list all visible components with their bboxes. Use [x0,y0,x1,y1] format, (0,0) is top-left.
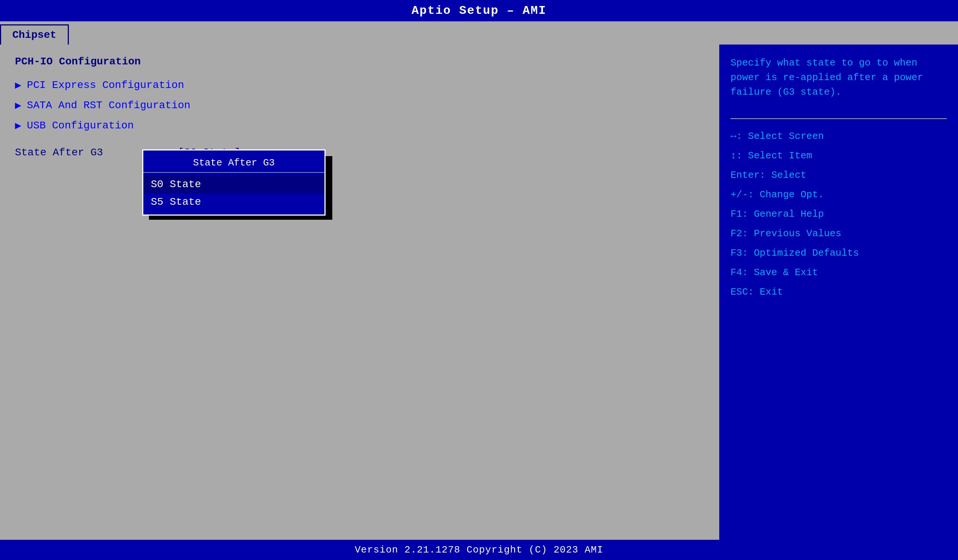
key-enter: Enter: Select [731,165,947,185]
footer: Version 2.21.1278 Copyright (C) 2023 AMI [0,540,958,560]
dropdown-item-s5[interactable]: S5 State [143,193,324,211]
arrow-icon: ▶ [15,99,21,111]
setting-row: State After G3 [S0 State] [15,147,704,158]
menu-item-pci-express[interactable]: ▶ PCI Express Configuration [15,79,704,91]
dropdown-title: State After G3 [143,154,324,173]
tab-chipset[interactable]: Chipset [0,24,69,44]
key-help: ↔: Select Screen ↕: Select Item Enter: S… [731,127,947,302]
arrow-icon: ▶ [15,79,21,91]
setting-label: State After G3 [15,147,103,158]
key-f2: F2: Previous Values [731,224,947,243]
footer-label: Version 2.21.1278 Copyright (C) 2023 AMI [355,544,603,555]
arrow-icon: ▶ [15,119,21,132]
key-esc: ESC: Exit [731,282,947,302]
tab-row: Chipset [0,21,958,44]
main-content: PCH-IO Configuration ▶ PCI Express Confi… [0,44,958,540]
section-title: PCH-IO Configuration [15,56,704,67]
menu-item-sata-rst[interactable]: ▶ SATA And RST Configuration [15,99,704,111]
title-bar: Aptio Setup – AMI [0,0,958,21]
dropdown-item-s0[interactable]: S0 State [143,176,324,193]
title-label: Aptio Setup – AMI [412,4,546,17]
dropdown-box: State After G3 S0 State S5 State [142,149,325,216]
menu-item-usb[interactable]: ▶ USB Configuration [15,119,704,132]
divider [731,118,947,119]
key-select-item: ↕: Select Item [731,146,947,165]
key-select-screen: ↔: Select Screen [731,127,947,146]
key-f3: F3: Optimized Defaults [731,243,947,263]
right-panel: Specify what state to go to when power i… [718,44,958,540]
left-panel: PCH-IO Configuration ▶ PCI Express Confi… [0,44,718,540]
menu-item-pci-express-label: PCI Express Configuration [27,79,184,91]
key-plus-minus: +/-: Change Opt. [731,185,947,205]
help-text: Specify what state to go to when power i… [731,56,947,100]
menu-item-usb-label: USB Configuration [27,120,134,132]
key-f1: F1: General Help [731,205,947,224]
menu-item-sata-rst-label: SATA And RST Configuration [27,100,190,111]
bios-screen: Aptio Setup – AMI Chipset PCH-IO Configu… [0,0,958,560]
dropdown-overlay: State After G3 S0 State S5 State [142,149,325,216]
key-f4: F4: Save & Exit [731,263,947,282]
